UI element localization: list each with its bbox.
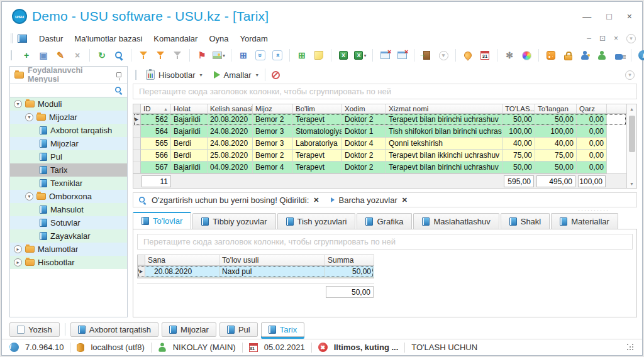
minimize-button[interactable]: — xyxy=(582,11,591,21)
collapse-icon[interactable]: ▾ xyxy=(25,192,33,200)
column-header-10[interactable]: Qarz xyxy=(577,104,607,113)
database-label[interactable]: localhost (utf8) xyxy=(91,343,144,352)
filter-scope[interactable]: Barcha yozuvlar xyxy=(339,195,397,205)
expand-icon[interactable]: ▸ xyxy=(14,245,22,253)
sidebar-item-axborot-tarqatish[interactable]: Axborot tarqatish xyxy=(10,124,127,137)
menu-item-3[interactable]: Komandalar xyxy=(148,33,203,45)
splitter-handle[interactable]: ·········· xyxy=(133,207,637,213)
menu-item-1[interactable]: Dastur xyxy=(33,33,69,45)
window-tab-yozish[interactable]: Yozish xyxy=(9,322,60,337)
sidebar-item-mahsulot[interactable]: Mahsulot xyxy=(10,203,127,216)
filter-clear-icon[interactable]: ✕ xyxy=(313,196,319,204)
sidebar-item-mijozlar[interactable]: Mijozlar xyxy=(10,137,127,150)
plugin-icon[interactable] xyxy=(611,48,626,63)
column-header-3[interactable]: Kelish sanasi xyxy=(208,104,253,113)
reports-button[interactable]: Hisobotlar xyxy=(158,70,196,80)
window-tab-tarix[interactable]: Tarix xyxy=(261,322,304,337)
toolbar-grip[interactable] xyxy=(11,50,12,60)
location-icon[interactable] xyxy=(460,48,475,63)
grid-row-3[interactable]: 565Berdi24.08.2020Bemor 3LaboratoriyaDok… xyxy=(133,138,626,150)
column-header-4[interactable]: Mijoz xyxy=(253,104,293,113)
close-button[interactable]: × xyxy=(627,11,632,21)
tab-maslahatlashuv[interactable]: Maslahatlashuv xyxy=(413,213,499,229)
window-tab-mijozlar[interactable]: Mijozlar xyxy=(162,322,216,337)
image-menu-icon[interactable]: ▾ xyxy=(211,48,226,63)
sidebar-item-sotuvlar[interactable]: Sotuvlar xyxy=(10,216,127,229)
refresh-icon[interactable]: ↻ xyxy=(94,48,109,63)
flag-icon[interactable]: ⚑ xyxy=(194,48,209,63)
actions-button[interactable]: Amallar xyxy=(224,70,252,80)
menu-item-4[interactable]: Oyna xyxy=(203,33,234,45)
scroll-thumb[interactable] xyxy=(629,116,635,152)
user-rights-icon[interactable] xyxy=(577,48,592,63)
panel-toolbar-grip[interactable] xyxy=(135,70,137,80)
tab-tish-yozuvlari[interactable]: Tish yozuvlari xyxy=(277,213,356,229)
close-all-windows-icon[interactable] xyxy=(394,48,409,63)
column-header-9[interactable]: To'langan xyxy=(535,104,577,113)
user-label[interactable]: NIKOLAY (MAIN) xyxy=(173,343,236,352)
scroll-down-icon[interactable]: ▼ xyxy=(630,179,634,188)
column-header-1[interactable]: ID▲ xyxy=(141,104,171,113)
menu-item-5[interactable]: Yordam xyxy=(234,33,273,45)
info-icon[interactable]: i xyxy=(636,48,644,63)
excel-export-icon[interactable]: X xyxy=(336,48,351,63)
edit-record-icon[interactable]: ✎ xyxy=(53,48,68,63)
grid-vertical-scrollbar[interactable]: ▲ ▼ xyxy=(626,104,636,188)
users-icon[interactable] xyxy=(594,48,609,63)
exit-icon[interactable] xyxy=(419,48,434,63)
grid-row-2[interactable]: 564Bajarildi24.08.2020Bemor 3Stomatologi… xyxy=(133,126,626,138)
settings-icon[interactable]: ✻ xyxy=(502,48,517,63)
expand-all-icon[interactable]: » xyxy=(253,48,268,63)
column-header-7[interactable]: Xizmat nomi xyxy=(386,104,502,113)
filter-apply-icon[interactable] xyxy=(170,48,185,63)
rss-icon[interactable] xyxy=(543,48,558,63)
add-record-icon[interactable]: + xyxy=(19,48,34,63)
maximize-button[interactable]: □ xyxy=(606,11,611,21)
sub-column-header-3[interactable]: Summa xyxy=(325,255,374,265)
filter-edit-icon[interactable] xyxy=(153,48,168,63)
add-field-icon[interactable]: ⊞ xyxy=(294,48,309,63)
sidebar-item-tarix[interactable]: Tarix xyxy=(10,163,127,177)
search-icon[interactable] xyxy=(111,48,126,63)
tab-to-lovlar[interactable]: To'lovlar xyxy=(133,212,191,229)
menu-item-2[interactable]: Ma'lumotlar bazasi xyxy=(69,33,148,45)
note-icon[interactable] xyxy=(311,48,326,63)
window-tab-axborot-tarqatish[interactable]: Axborot tarqatish xyxy=(70,322,158,337)
delete-record-icon[interactable]: × xyxy=(70,48,85,63)
scroll-up-icon[interactable]: ▲ xyxy=(630,104,634,113)
collapse-all-icon[interactable]: » xyxy=(270,48,285,63)
colors-icon[interactable] xyxy=(519,48,534,63)
sidebar-item-texniklar[interactable]: Texniklar xyxy=(10,177,127,190)
excel-menu-icon[interactable]: X▾ xyxy=(353,48,368,63)
tab-shakl[interactable]: Shakl xyxy=(501,213,550,229)
menubar-overflow-button[interactable]: ▾ xyxy=(626,34,636,43)
grid-row-5[interactable]: 567Bajarildi04.09.2020Bemor 4TerapevtDok… xyxy=(133,162,626,173)
sub-grid-row-1[interactable]: ▶20.08.2020Naxd pul50,00 xyxy=(138,266,374,278)
tab-materiallar[interactable]: Materiallar xyxy=(551,213,618,229)
column-header-6[interactable]: Xodim xyxy=(342,104,386,113)
sidebar-item-pul[interactable]: Pul xyxy=(10,150,127,163)
sidebar-item-zayavkalar[interactable]: Zayavkalar xyxy=(10,229,127,243)
sidebar-item-moduli[interactable]: ▾Moduli xyxy=(10,97,127,111)
calendar-icon[interactable]: 31 xyxy=(477,48,492,63)
resize-grip[interactable] xyxy=(627,344,635,351)
window-tab-pul[interactable]: Pul xyxy=(219,322,258,337)
sub-column-header-2[interactable]: To'lov usuli xyxy=(219,255,325,265)
close-window-icon[interactable] xyxy=(377,48,392,63)
expand-icon[interactable]: ▸ xyxy=(14,258,22,266)
sidebar-search-input[interactable] xyxy=(10,83,127,97)
sidebar-item-hisobotlar[interactable]: ▸Hisobotlar xyxy=(10,256,127,269)
child-minimize-button[interactable]: – xyxy=(587,34,591,43)
panel-toolbar-overflow-button[interactable]: ▾ xyxy=(625,70,635,80)
cancel-operation-icon[interactable] xyxy=(272,71,280,79)
tab-tibbiy-yozuvlar[interactable]: Tibbiy yozuvlar xyxy=(192,213,275,229)
grid-row-4[interactable]: 566Berdi25.08.2020Bemor 2TerapevtDoktor … xyxy=(133,150,626,162)
collapse-icon[interactable]: ▾ xyxy=(14,100,22,108)
column-header-5[interactable]: Bo'lim xyxy=(293,104,342,113)
grid-row-1[interactable]: ▶562Bajarildi20.08.2020Bemor 2TerapevtDo… xyxy=(133,114,626,126)
more-circle-icon[interactable]: ▾ xyxy=(436,48,451,63)
duplicate-record-icon[interactable]: ▣ xyxy=(36,48,51,63)
sidebar-search-icon[interactable] xyxy=(114,86,123,94)
column-header-8[interactable]: TO'LAS... xyxy=(502,104,535,113)
filter-scope-clear-icon[interactable]: ✕ xyxy=(402,196,408,204)
